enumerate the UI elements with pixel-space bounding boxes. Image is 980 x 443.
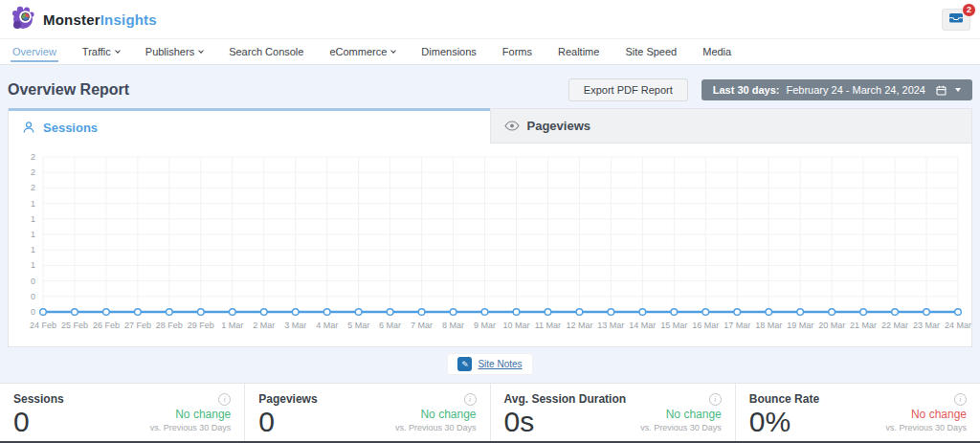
svg-text:0: 0 [31, 292, 35, 301]
calendar-icon [936, 85, 947, 96]
svg-text:25 Feb: 25 Feb [61, 321, 88, 330]
svg-text:24 Mar: 24 Mar [945, 321, 971, 330]
svg-text:11 Mar: 11 Mar [535, 321, 561, 330]
stat-value: 0 [258, 406, 275, 437]
report-actions: Export PDF Report Last 30 days: February… [568, 78, 972, 101]
stat-compare-period: vs. Previous 30 Days [395, 423, 477, 432]
svg-text:17 Mar: 17 Mar [724, 321, 750, 330]
svg-text:3 Mar: 3 Mar [284, 321, 306, 330]
svg-text:2: 2 [31, 167, 35, 177]
chevron-down-icon [115, 48, 121, 54]
stat-change: No change [885, 408, 967, 421]
report-header-row: Overview Report Export PDF Report Last 3… [8, 78, 972, 102]
stat-value: 0 [13, 406, 30, 437]
info-icon[interactable]: i [954, 393, 967, 406]
sessions-line-chart: 0001111122224 Feb25 Feb26 Feb27 Feb28 Fe… [9, 144, 971, 346]
stat-value: 0s [504, 406, 535, 437]
info-icon[interactable]: i [218, 393, 231, 406]
svg-text:19 Mar: 19 Mar [787, 321, 813, 330]
svg-text:21 Mar: 21 Mar [850, 321, 877, 330]
nav-tab-realtime[interactable]: Realtime [558, 39, 599, 64]
monsterinsights-logo[interactable]: MonsterInsights [10, 4, 157, 34]
svg-text:9 Mar: 9 Mar [474, 321, 496, 330]
site-notes-label: Site Notes [478, 359, 522, 369]
svg-text:2 Mar: 2 Mar [253, 321, 275, 330]
svg-text:1: 1 [31, 245, 35, 255]
tab-sessions[interactable]: Sessions [9, 108, 490, 144]
stat-card-sessions: Sessions i 0 No change vs. Previous 30 D… [0, 384, 244, 443]
svg-text:1 Mar: 1 Mar [221, 321, 243, 330]
nav-tab-overview[interactable]: Overview [12, 39, 56, 64]
caret-down-icon [955, 88, 961, 92]
date-range-label: Last 30 days: [713, 84, 780, 96]
page-title: Overview Report [8, 81, 129, 99]
svg-text:27 Feb: 27 Feb [124, 321, 151, 330]
svg-text:2: 2 [31, 183, 35, 192]
nav-tab-ecommerce[interactable]: eCommerce [329, 39, 395, 64]
svg-text:0: 0 [31, 277, 35, 286]
nav-tab-site-speed[interactable]: Site Speed [625, 39, 677, 64]
svg-text:10 Mar: 10 Mar [502, 321, 529, 330]
svg-text:1: 1 [31, 214, 35, 224]
svg-text:0: 0 [31, 307, 35, 317]
date-range-picker[interactable]: Last 30 days: February 24 - March 24, 20… [702, 79, 972, 100]
svg-text:6 Mar: 6 Mar [379, 321, 401, 330]
svg-text:5 Mar: 5 Mar [347, 321, 369, 330]
chart-canvas: 0001111122224 Feb25 Feb26 Feb27 Feb28 Fe… [9, 144, 971, 346]
overview-chart-panel: Sessions Pageviews 0001111122224 Feb25 F… [8, 108, 972, 347]
tab-sessions-label: Sessions [43, 121, 98, 135]
tab-pageviews[interactable]: Pageviews [490, 108, 972, 144]
site-notes-row: ✎ Site Notes [0, 353, 980, 375]
inbox-tray-icon [948, 11, 964, 28]
summary-stats-row: Sessions i 0 No change vs. Previous 30 D… [0, 383, 980, 443]
stat-compare-period: vs. Previous 30 Days [150, 423, 232, 432]
nav-tab-traffic[interactable]: Traffic [82, 39, 120, 64]
stat-card-avg-session-duration: Avg. Session Duration i 0s No change vs.… [490, 384, 735, 443]
notifications-inbox-button[interactable]: 2 [942, 9, 970, 31]
svg-text:12 Mar: 12 Mar [566, 321, 592, 330]
report-navigation: Overview Traffic Publishers Search Conso… [0, 38, 980, 65]
nav-tab-media[interactable]: Media [702, 39, 731, 64]
chart-metric-tabs: Sessions Pageviews [9, 108, 971, 144]
export-pdf-button[interactable]: Export PDF Report [568, 78, 688, 101]
nav-tab-search-console[interactable]: Search Console [229, 39, 303, 64]
svg-text:15 Mar: 15 Mar [660, 321, 687, 330]
stat-label: Sessions [13, 392, 64, 406]
svg-text:16 Mar: 16 Mar [692, 321, 719, 330]
svg-text:7 Mar: 7 Mar [411, 321, 433, 330]
brand-name: MonsterInsights [43, 11, 157, 28]
svg-text:22 Mar: 22 Mar [881, 321, 908, 330]
svg-text:20 Mar: 20 Mar [818, 321, 845, 330]
stat-label: Avg. Session Duration [504, 392, 627, 406]
svg-text:28 Feb: 28 Feb [156, 321, 183, 330]
top-header: MonsterInsights 2 [0, 0, 980, 38]
svg-text:13 Mar: 13 Mar [597, 321, 624, 330]
svg-text:18 Mar: 18 Mar [755, 321, 782, 330]
stat-change: No change [150, 408, 232, 421]
nav-tab-dimensions[interactable]: Dimensions [421, 39, 476, 64]
nav-tab-publishers[interactable]: Publishers [145, 39, 203, 64]
stat-card-bounce-rate: Bounce Rate i 0% No change vs. Previous … [735, 384, 980, 443]
tab-pageviews-label: Pageviews [527, 119, 591, 133]
notification-count-badge: 2 [962, 3, 976, 17]
stat-label: Bounce Rate [749, 392, 819, 406]
stat-label: Pageviews [258, 392, 317, 406]
svg-text:1: 1 [31, 260, 35, 270]
chevron-down-icon [198, 48, 204, 54]
svg-text:26 Feb: 26 Feb [93, 321, 120, 330]
svg-text:24 Feb: 24 Feb [30, 321, 56, 330]
svg-text:29 Feb: 29 Feb [188, 321, 214, 330]
chevron-down-icon [391, 48, 397, 54]
person-icon [22, 121, 35, 134]
monster-mascot-icon [10, 4, 36, 34]
nav-tab-forms[interactable]: Forms [502, 39, 532, 64]
svg-text:8 Mar: 8 Mar [442, 321, 464, 330]
stat-card-pageviews: Pageviews i 0 No change vs. Previous 30 … [244, 384, 489, 443]
info-icon[interactable]: i [464, 393, 477, 406]
info-icon[interactable]: i [709, 393, 722, 406]
eye-icon [504, 121, 520, 131]
pencil-icon: ✎ [457, 357, 472, 371]
svg-text:14 Mar: 14 Mar [629, 321, 656, 330]
svg-text:2: 2 [31, 152, 35, 162]
site-notes-button[interactable]: ✎ Site Notes [447, 353, 532, 375]
